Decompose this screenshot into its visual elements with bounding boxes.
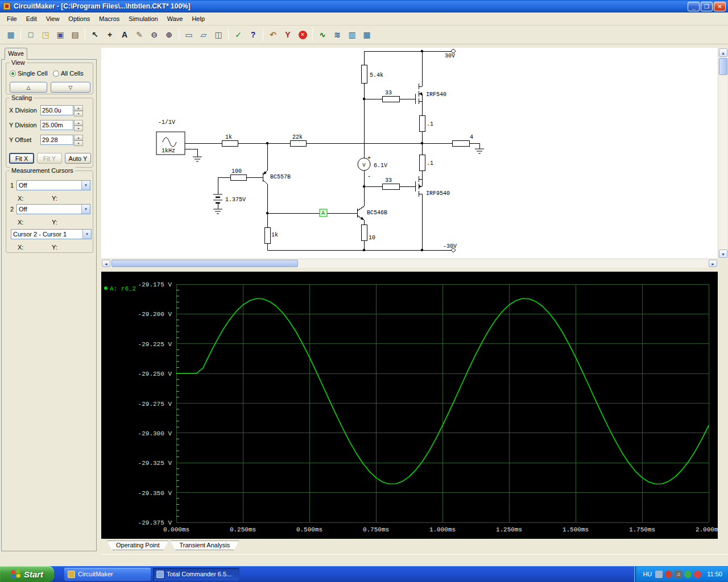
bode-plot-button[interactable]: ▦ (360, 28, 374, 41)
menu-help[interactable]: Help (187, 14, 209, 24)
cursor1-label: 1 (10, 182, 14, 189)
resistor-0.1-top[interactable] (419, 115, 425, 131)
check-circuit-button[interactable]: ✓ (231, 28, 245, 41)
scroll-right-button[interactable]: ► (709, 260, 717, 267)
resistor-22k[interactable] (290, 140, 306, 146)
menu-wave[interactable]: Wave (163, 14, 188, 24)
x-division-input[interactable] (40, 105, 73, 115)
scope-display-button[interactable]: ▥ (345, 28, 359, 41)
resistor-33-bottom[interactable] (382, 184, 399, 189)
print-button[interactable]: ▤ (68, 28, 82, 41)
waveform-plot[interactable]: -29.175 V-29.200 V-29.225 V-29.250 V-29.… (101, 272, 718, 539)
components-button[interactable]: ▦ (4, 28, 18, 41)
radio-single-cell-dot[interactable] (10, 70, 16, 77)
zoom-out-button[interactable]: ⊖ (147, 28, 161, 41)
menu-edit[interactable]: Edit (22, 14, 42, 24)
stop-simulation-button[interactable]: ✕ (296, 28, 309, 41)
resistor-0.1-bottom[interactable] (419, 155, 425, 171)
y-division-spin-down[interactable]: ▼ (74, 126, 83, 131)
vertical-scroll-thumb[interactable] (719, 58, 727, 75)
part-tool-button[interactable]: + (103, 28, 117, 41)
waveform-chart[interactable]: -29.175 V-29.200 V-29.225 V-29.250 V-29.… (101, 272, 718, 539)
waveforms-button[interactable]: ∿ (316, 28, 329, 41)
task-total-commander-[interactable]: Total Commander 6.5... (153, 568, 239, 581)
cursor2-dropdown-arrow[interactable]: ▼ (81, 205, 90, 214)
wave-tab[interactable]: Wave (5, 48, 27, 60)
status-green-tray-icon[interactable] (684, 571, 692, 578)
help-tool-button[interactable]: ? (246, 28, 260, 41)
close-button[interactable]: ✕ (714, 2, 726, 11)
x-division-spinner[interactable]: ▲▼ (74, 105, 83, 115)
tab-operating-point[interactable]: Operating Point (107, 541, 168, 550)
save-button[interactable]: ▣ (53, 28, 67, 41)
next-waveform-button[interactable]: ▽ (51, 82, 90, 93)
scroll-up-button[interactable]: ▲ (719, 48, 727, 57)
tab-transient-analysis[interactable]: Transient Analysis (170, 541, 239, 550)
text-tool-button[interactable]: A (118, 28, 131, 41)
resistor-10[interactable] (361, 225, 367, 240)
y-offset-spin-down[interactable]: ▼ (74, 140, 83, 146)
legend-label[interactable]: A: r6_2 (110, 285, 136, 292)
split-window-button[interactable]: ◫ (212, 28, 225, 41)
cursor1-dropdown-arrow[interactable]: ▼ (81, 181, 90, 190)
language-indicator[interactable]: HU (643, 571, 652, 577)
zoom-area-button[interactable]: ▭ (182, 28, 196, 41)
fit-x-button[interactable]: Fit X (9, 153, 34, 164)
radio-single-cell[interactable]: Single Cell (10, 70, 48, 77)
status-red-tray-icon[interactable] (694, 571, 701, 578)
start-button[interactable]: Start (0, 566, 54, 582)
scroll-down-button[interactable]: ▼ (719, 250, 727, 258)
y-offset-input[interactable] (40, 135, 73, 145)
cursor-difference-dropdown-arrow[interactable]: ▼ (82, 230, 91, 239)
schematic-horizontal-scrollbar[interactable]: ◄ ► (101, 259, 718, 268)
check-circuit-icon: ✓ (235, 30, 242, 39)
schematic[interactable]: 30V5.4k33IRF540.14.133IRF9540-30V+V-6.1V… (101, 48, 718, 259)
component-label: 1kHz (162, 148, 175, 154)
horizontal-scroll-thumb[interactable] (111, 260, 298, 267)
digital-display-button[interactable]: ≋ (330, 28, 344, 41)
display-settings-tray-icon[interactable] (655, 571, 663, 578)
cursor1-select[interactable]: Off ▼ (16, 180, 90, 190)
y-offset-spinner[interactable]: ▲▼ (74, 135, 83, 145)
radio-all-cells-dot[interactable] (53, 70, 59, 77)
scroll-left-button[interactable]: ◄ (102, 260, 110, 267)
menu-simulation[interactable]: Simulation (124, 14, 162, 24)
new-file-button[interactable]: □ (24, 28, 38, 41)
undo-button[interactable]: ↶ (266, 28, 280, 41)
menu-file[interactable]: File (2, 14, 22, 24)
probe-tool-button[interactable]: Y (281, 28, 295, 41)
y-offset-spin-up[interactable]: ▲ (74, 135, 83, 140)
resistor-1k-bias[interactable] (264, 227, 270, 243)
resistor-4-load[interactable] (452, 140, 469, 146)
y-division-input[interactable] (40, 120, 73, 130)
cursor-difference-select[interactable]: Cursor 2 - Cursor 1 ▼ (11, 229, 92, 239)
zoom-in-button[interactable]: ⊕ (162, 28, 176, 41)
resistor-100[interactable] (230, 174, 246, 180)
volume-tray-icon[interactable]: ♫ (675, 571, 682, 578)
schematic-canvas[interactable]: 30V5.4k33IRF540.14.133IRF9540-30V+V-6.1V… (101, 48, 718, 259)
wire-tool-button[interactable]: ✎ (133, 28, 146, 41)
menu-view[interactable]: View (42, 14, 64, 24)
resistor-33-top[interactable] (382, 96, 399, 102)
auto-y-button[interactable]: Auto Y (65, 153, 91, 164)
radio-single-cell-label: Single Cell (18, 70, 48, 77)
schematic-vertical-scrollbar[interactable]: ▲ ▼ (718, 48, 727, 259)
maximize-button[interactable]: ❐ (701, 2, 713, 11)
cursor2-select[interactable]: Off ▼ (16, 204, 90, 214)
resistor-1k-input[interactable] (222, 140, 238, 146)
antivirus-tray-icon[interactable] (665, 571, 672, 578)
resistor-5.4k[interactable] (361, 65, 367, 83)
y-division-spinner[interactable]: ▲▼ (74, 120, 83, 130)
copy-window-button[interactable]: ▱ (197, 28, 210, 41)
x-division-spin-up[interactable]: ▲ (74, 105, 83, 111)
y-division-spin-up[interactable]: ▲ (74, 120, 83, 126)
previous-waveform-button[interactable]: △ (10, 82, 47, 93)
x-division-spin-down[interactable]: ▼ (74, 111, 83, 117)
select-tool-button[interactable]: ↖ (88, 28, 102, 41)
minimize-button[interactable]: _ (688, 2, 700, 11)
radio-all-cells[interactable]: All Cells (53, 70, 84, 77)
menu-options[interactable]: Options (64, 14, 94, 24)
task-circuitmaker[interactable]: CircuitMaker (64, 568, 151, 581)
menu-macros[interactable]: Macros (94, 14, 124, 24)
open-file-button[interactable]: ◳ (39, 28, 52, 41)
